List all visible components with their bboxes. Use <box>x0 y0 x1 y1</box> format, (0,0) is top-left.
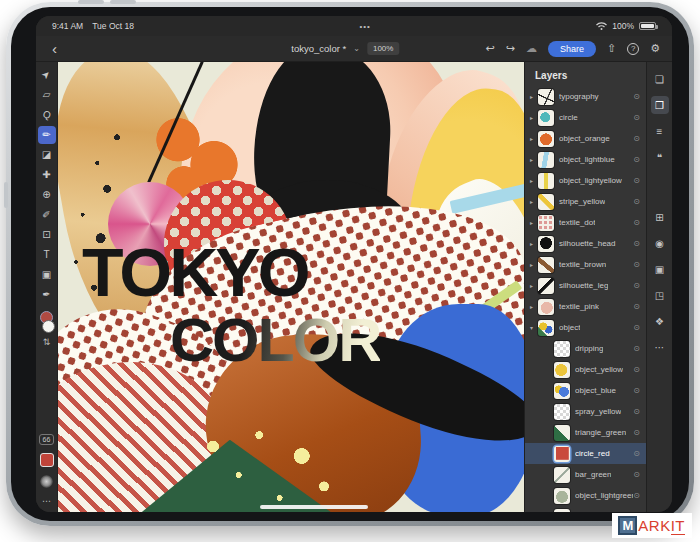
undo-button[interactable]: ↩ <box>485 43 494 54</box>
export-button[interactable]: ⇧ <box>607 43 616 54</box>
layer-eye-icon[interactable]: ⊙ <box>633 281 640 290</box>
layer-thumbnail[interactable] <box>538 152 554 168</box>
layer-row[interactable]: ▸ textile_dot ⊙ <box>525 212 646 233</box>
layer-thumbnail[interactable] <box>554 509 570 513</box>
layer-row[interactable]: ▸ object_orange ⊙ <box>525 128 646 149</box>
lasso-tool[interactable]: Q <box>37 105 57 125</box>
healing-tool[interactable]: ✚ <box>37 165 57 185</box>
layer-eye-icon[interactable]: ⊙ <box>633 365 640 374</box>
background-color-swatch[interactable] <box>42 320 55 333</box>
layer-eye-icon[interactable]: ⊙ <box>633 260 640 269</box>
disclosure-triangle-icon[interactable]: ▸ <box>530 198 538 205</box>
toolbar-more-icon[interactable]: ⋯ <box>42 496 51 506</box>
layer-row[interactable]: ▸ object_lightyellow ⊙ <box>525 170 646 191</box>
layer-thumbnail[interactable] <box>554 383 570 399</box>
layer-eye-icon[interactable]: ⊙ <box>633 428 640 437</box>
place-image-tool[interactable]: ▣ <box>37 265 57 285</box>
clone-stamp-tool[interactable]: ⊕ <box>37 185 57 205</box>
more-options-icon[interactable]: ⋯ <box>651 338 669 356</box>
color-swatches[interactable] <box>37 311 57 335</box>
swap-colors-icon[interactable]: ⇅ <box>43 337 51 347</box>
disclosure-triangle-icon[interactable]: ▾ <box>530 324 538 331</box>
layer-thumbnail[interactable] <box>538 257 554 273</box>
layer-row[interactable]: ▸ stripe_yellow ⊙ <box>525 191 646 212</box>
layer-thumbnail[interactable] <box>554 425 570 441</box>
layer-row[interactable]: spray_yellow ⊙ <box>525 401 646 422</box>
settings-gear-button[interactable]: ⚙ <box>650 43 660 54</box>
layer-row[interactable]: ▸ silhouette_head ⊙ <box>525 233 646 254</box>
layer-thumbnail[interactable] <box>554 362 570 378</box>
layer-eye-icon[interactable]: ⊙ <box>633 302 640 311</box>
layer-thumbnail[interactable] <box>538 110 554 126</box>
layer-eye-icon[interactable]: ⊙ <box>633 176 640 185</box>
layer-eye-icon[interactable]: ⊙ <box>633 449 640 458</box>
layer-row[interactable]: ▸ object_lightblue ⊙ <box>525 149 646 170</box>
layer-thumbnail[interactable] <box>538 194 554 210</box>
type-tool[interactable]: T <box>37 245 57 265</box>
comments-icon[interactable]: ❝ <box>651 148 669 166</box>
zoom-level-badge[interactable]: 100% <box>367 42 399 55</box>
chevron-down-icon[interactable]: ⌄ <box>353 44 360 53</box>
transform-tool[interactable]: ▱ <box>37 85 57 105</box>
smudge-tool[interactable]: ✐ <box>37 205 57 225</box>
layer-row[interactable]: bar_green ⊙ <box>525 464 646 485</box>
document-title[interactable]: tokyo_color * <box>291 43 346 54</box>
disclosure-triangle-icon[interactable]: ▸ <box>530 93 538 100</box>
layer-properties-icon[interactable]: ❐ <box>651 96 669 114</box>
back-chevron-button[interactable]: ‹ <box>52 41 57 56</box>
layer-eye-icon[interactable]: ⊙ <box>633 92 640 101</box>
help-button[interactable]: ? <box>627 43 639 55</box>
layer-thumbnail[interactable] <box>554 467 570 483</box>
disclosure-triangle-icon[interactable]: ▸ <box>530 114 538 121</box>
layer-thumbnail[interactable] <box>538 278 554 294</box>
layer-eye-icon[interactable]: ⊙ <box>633 197 640 206</box>
layer-row[interactable]: ▸ textile_brown ⊙ <box>525 254 646 275</box>
layer-eye-icon[interactable]: ⊙ <box>633 323 640 332</box>
layer-eye-icon[interactable]: ⊙ <box>633 155 640 164</box>
layer-row[interactable]: object_blue ⊙ <box>525 380 646 401</box>
layer-row[interactable]: ▸ circle ⊙ <box>525 107 646 128</box>
layer-thumbnail[interactable] <box>538 173 554 189</box>
layer-thumbnail[interactable] <box>538 89 554 105</box>
layer-row[interactable]: triangle_green ⊙ <box>525 422 646 443</box>
layer-thumbnail[interactable] <box>538 299 554 315</box>
layer-eye-icon[interactable]: ⊙ <box>633 491 640 500</box>
layer-row[interactable]: ▸ silhouette_leg ⊙ <box>525 275 646 296</box>
cloud-sync-icon[interactable]: ☁ <box>526 43 537 54</box>
layer-row[interactable]: circle_red ⊙ <box>525 443 646 464</box>
disclosure-triangle-icon[interactable]: ▸ <box>530 303 538 310</box>
disclosure-triangle-icon[interactable]: ▸ <box>530 156 538 163</box>
move-tool[interactable]: ➤ <box>37 65 57 85</box>
layer-thumbnail[interactable] <box>538 215 554 231</box>
layer-row[interactable]: ▸ typography ⊙ <box>525 86 646 107</box>
eraser-tool[interactable]: ◪ <box>37 145 57 165</box>
layer-thumbnail[interactable] <box>554 488 570 504</box>
layer-visibility-icon[interactable]: ◉ <box>651 234 669 252</box>
layer-eye-icon[interactable]: ⊙ <box>633 470 640 479</box>
layer-row[interactable]: dripping ⊙ <box>525 338 646 359</box>
brush-color-chip[interactable] <box>40 453 54 467</box>
layer-row[interactable]: ▾ object ⊙ <box>525 317 646 338</box>
fill-layer-icon[interactable]: ▣ <box>651 260 669 278</box>
layer-row[interactable]: ▸ textile_pink ⊙ <box>525 296 646 317</box>
layer-thumbnail[interactable] <box>538 236 554 252</box>
add-layer-icon[interactable]: ⊞ <box>651 208 669 226</box>
layer-eye-icon[interactable]: ⊙ <box>633 113 640 122</box>
layer-eye-icon[interactable]: ⊙ <box>633 239 640 248</box>
disclosure-triangle-icon[interactable]: ▸ <box>530 282 538 289</box>
disclosure-triangle-icon[interactable]: ▸ <box>530 135 538 142</box>
disclosure-triangle-icon[interactable]: ▸ <box>530 240 538 247</box>
disclosure-triangle-icon[interactable]: ▸ <box>530 261 538 268</box>
layer-eye-icon[interactable]: ⊙ <box>633 407 640 416</box>
brush-tool[interactable]: ✏ <box>38 126 56 144</box>
layer-thumbnail[interactable] <box>538 320 554 336</box>
layer-row[interactable] <box>525 506 646 512</box>
eyedropper-tool[interactable]: ✒ <box>37 285 57 305</box>
redo-button[interactable]: ↪ <box>506 43 515 54</box>
layer-eye-icon[interactable]: ⊙ <box>633 344 640 353</box>
layer-eye-icon[interactable]: ⊙ <box>633 218 640 227</box>
crop-tool[interactable]: ⊡ <box>37 225 57 245</box>
adjustments-icon[interactable]: ≡ <box>651 122 669 140</box>
disclosure-triangle-icon[interactable]: ▸ <box>530 177 538 184</box>
layer-thumbnail[interactable] <box>554 341 570 357</box>
